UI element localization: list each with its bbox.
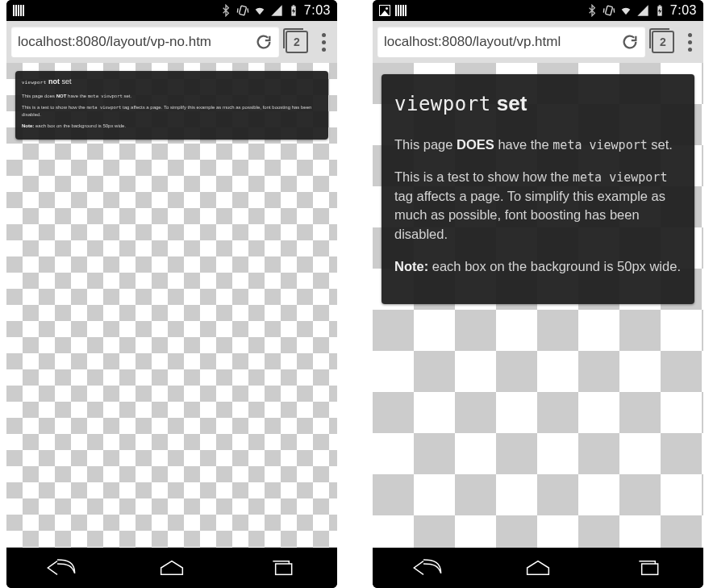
phone-right: 7:03 localhost:8080/layout/vp.html 2	[373, 0, 703, 588]
svg-rect-0	[239, 6, 246, 15]
signal-icon	[270, 4, 283, 17]
menu-button[interactable]	[315, 33, 332, 52]
back-button[interactable]	[45, 557, 77, 579]
home-button[interactable]	[522, 557, 554, 579]
reload-icon[interactable]	[255, 33, 273, 51]
omnibox[interactable]: localhost:8080/layout/vp.html	[377, 27, 645, 57]
tabs-button[interactable]: 2	[652, 31, 674, 53]
svg-rect-8	[605, 6, 612, 15]
phone-left: 7:03 localhost:8080/layout/vp-no.htm 2	[6, 0, 337, 588]
svg-rect-7	[275, 564, 291, 574]
bluetooth-icon	[219, 4, 232, 17]
menu-button[interactable]	[681, 33, 698, 52]
paragraph: Note: each box on the background is 50px…	[22, 123, 322, 130]
omnibox[interactable]: localhost:8080/layout/vp-no.htm	[11, 27, 279, 57]
page-viewport[interactable]: viewport set This page DOES have the met…	[373, 63, 703, 548]
home-button[interactable]	[156, 557, 188, 579]
status-bar: 7:03	[6, 0, 337, 21]
barcode-icon	[395, 5, 407, 16]
reload-icon[interactable]	[621, 33, 639, 51]
paragraph: This page does NOT have the meta viewpor…	[22, 93, 322, 100]
android-navbar	[373, 548, 703, 588]
svg-rect-10	[659, 5, 661, 6]
battery-icon	[653, 4, 666, 17]
vibrate-icon	[236, 4, 249, 17]
battery-icon	[287, 4, 300, 17]
page-heading: viewport set	[394, 89, 682, 119]
paragraph: This is a test to show how the meta view…	[394, 168, 682, 245]
paragraph: This is a test to show how the meta view…	[22, 104, 322, 119]
browser-toolbar: localhost:8080/layout/vp.html 2	[373, 21, 703, 63]
back-button[interactable]	[411, 557, 444, 579]
status-time: 7:03	[304, 3, 331, 18]
content-card: viewport set This page DOES have the met…	[382, 74, 694, 304]
bluetooth-icon	[586, 4, 598, 17]
svg-rect-15	[641, 564, 657, 574]
status-bar: 7:03	[373, 0, 703, 21]
tabs-count: 2	[660, 35, 666, 48]
url-text: localhost:8080/layout/vp.html	[384, 34, 616, 50]
wifi-icon	[253, 4, 266, 17]
paragraph: Note: each box on the background is 50px…	[394, 257, 682, 277]
page-heading: viewport not set	[22, 77, 322, 87]
recents-button[interactable]	[266, 557, 298, 579]
tabs-count: 2	[294, 35, 300, 48]
barcode-icon	[13, 5, 24, 16]
paragraph: This page DOES have the meta viewport se…	[394, 136, 682, 155]
vibrate-icon	[603, 4, 615, 17]
signal-icon	[636, 4, 649, 17]
url-text: localhost:8080/layout/vp-no.htm	[18, 34, 250, 50]
svg-rect-2	[293, 5, 295, 6]
content-card: viewport not set This page does NOT have…	[15, 71, 328, 140]
page-viewport[interactable]: viewport not set This page does NOT have…	[6, 63, 337, 548]
status-time: 7:03	[670, 3, 697, 18]
android-navbar	[6, 548, 337, 588]
recents-button[interactable]	[632, 557, 665, 579]
wifi-icon	[619, 4, 632, 17]
tabs-button[interactable]: 2	[286, 31, 308, 53]
image-icon	[379, 5, 390, 16]
browser-toolbar: localhost:8080/layout/vp-no.htm 2	[6, 21, 337, 63]
